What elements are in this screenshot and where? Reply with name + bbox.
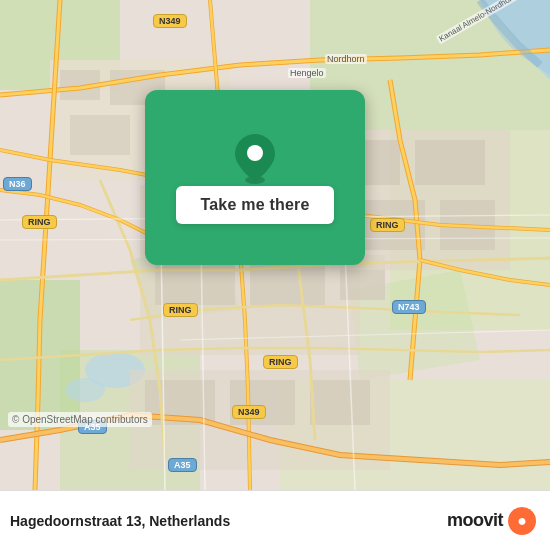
a35-badge-right: A35: [168, 458, 197, 472]
take-me-there-button[interactable]: Take me there: [176, 186, 333, 224]
moovit-dot-icon: ●: [508, 507, 536, 535]
address-section: Hagedoornstraat 13, Netherlands: [10, 513, 230, 529]
n349-badge-top: N349: [153, 14, 187, 28]
address-text: Hagedoornstraat 13, Netherlands: [10, 513, 230, 529]
svg-point-10: [65, 378, 105, 402]
n743-badge: N743: [392, 300, 426, 314]
ring-badge-bottom-left: RING: [163, 303, 198, 317]
svg-rect-14: [70, 115, 130, 155]
ring-badge-left: RING: [22, 215, 57, 229]
moovit-text: moovit: [447, 510, 503, 531]
hengelo-label: Hengelo: [288, 68, 326, 78]
ring-badge-bottom: RING: [263, 355, 298, 369]
n36-badge: N36: [3, 177, 32, 191]
nordhorn-label: Nordhorn: [325, 54, 367, 64]
map-attribution: © OpenStreetMap contributors: [8, 412, 152, 427]
location-pin: [233, 132, 277, 176]
svg-rect-31: [310, 380, 370, 425]
map-container: RING RING RING RING N36 N349 N349 N743 A…: [0, 0, 550, 490]
svg-point-33: [247, 145, 263, 161]
n349-badge-bottom: N349: [232, 405, 266, 419]
location-card: Take me there: [145, 90, 365, 265]
moovit-logo: moovit ●: [447, 507, 536, 535]
svg-rect-20: [155, 260, 235, 305]
ring-badge-right: RING: [370, 218, 405, 232]
svg-rect-25: [415, 140, 485, 185]
info-bar: Hagedoornstraat 13, Netherlands moovit ●: [0, 490, 550, 550]
